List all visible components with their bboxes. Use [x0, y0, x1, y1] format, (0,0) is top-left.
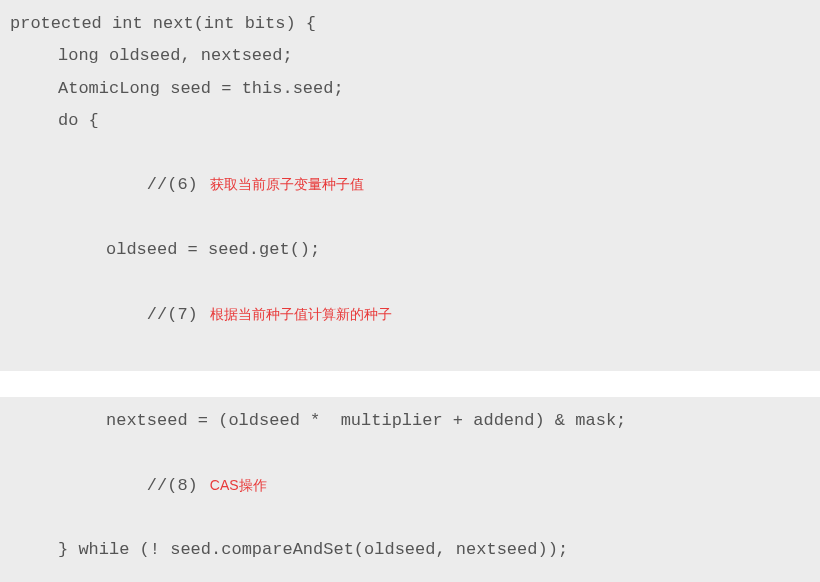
- code-line-with-annotation: //(6)获取当前原子变量种子值: [10, 137, 810, 234]
- code-line: AtomicLong seed = this.seed;: [10, 73, 810, 105]
- annotation-text: 根据当前种子值计算新的种子: [198, 306, 392, 322]
- code-line-with-annotation: //(7)根据当前种子值计算新的种子: [10, 266, 810, 363]
- code-line: protected int next(int bits) {: [10, 8, 810, 40]
- code-block-lower: nextseed = (oldseed * multiplier + adden…: [0, 397, 820, 582]
- annotation-text: CAS操作: [198, 477, 267, 493]
- code-comment: //(7): [147, 305, 198, 324]
- code-comment: //(6): [147, 175, 198, 194]
- code-line: } while (! seed.compareAndSet(oldseed, n…: [10, 534, 810, 566]
- block-separator: [0, 371, 820, 397]
- code-block-upper: protected int next(int bits) { long olds…: [0, 0, 820, 371]
- code-line: long oldseed, nextseed;: [10, 40, 810, 72]
- annotation-text: 获取当前原子变量种子值: [198, 176, 364, 192]
- code-line-with-annotation: //(8)CAS操作: [10, 438, 810, 535]
- code-line: nextseed = (oldseed * multiplier + adden…: [10, 405, 810, 437]
- code-line-with-annotation: //(9)新的种子根据特定算法生成随机数: [10, 567, 810, 582]
- code-comment: //(8): [147, 476, 198, 495]
- code-line: oldseed = seed.get();: [10, 234, 810, 266]
- code-line: do {: [10, 105, 810, 137]
